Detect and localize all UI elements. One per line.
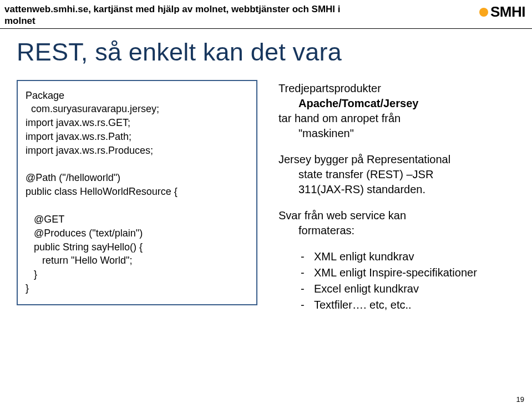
- dash-icon: -: [298, 249, 314, 264]
- code-line: @Produces ("text/plain"): [26, 228, 143, 239]
- p2-line: state transfer (REST) –JSR: [278, 167, 521, 182]
- code-box: Package com.suryasuravarapu.jersey; impo…: [17, 80, 257, 305]
- code-line: import javax.ws.rs.Produces;: [26, 145, 153, 156]
- slide-title: REST, så enkelt kan det vara: [0, 33, 532, 80]
- smhi-logo: SMHI: [479, 3, 525, 21]
- smhi-logo-text: SMHI: [490, 3, 525, 21]
- code-line: @GET: [26, 214, 64, 225]
- p1-bold-line: Apache/Tomcat/Jersey: [278, 96, 521, 111]
- left-column: Package com.suryasuravarapu.jersey; impo…: [17, 80, 257, 314]
- p2-line: Jersey bygger på Representational: [278, 153, 450, 165]
- header-line-2: molnet: [4, 16, 36, 26]
- dash-icon: -: [298, 265, 314, 280]
- right-column: Tredjepartsprodukter Apache/Tomcat/Jerse…: [278, 80, 521, 314]
- page-number: 19: [516, 395, 524, 404]
- p3-line: formateras:: [278, 223, 521, 238]
- smhi-dot-icon: [479, 8, 488, 17]
- slide-content: Package com.suryasuravarapu.jersey; impo…: [0, 80, 532, 314]
- header-subtitle: vattenweb.smhi.se, kartjänst med hjälp a…: [4, 3, 341, 27]
- bullet-text: Excel enligt kundkrav: [314, 281, 521, 296]
- dash-icon: -: [298, 281, 314, 296]
- code-line: return "Hello World";: [26, 255, 133, 266]
- third-party-block: Tredjepartsprodukter Apache/Tomcat/Jerse…: [278, 81, 521, 141]
- list-item: - Excel enligt kundkrav: [298, 281, 521, 296]
- p3-line: Svar från web service kan: [278, 209, 406, 221]
- code-line: import javax.ws.rs.Path;: [26, 131, 131, 142]
- bullet-list: - XML enligt kundkrav - XML enligt Inspi…: [278, 249, 521, 313]
- list-item: - XML enligt kundkrav: [298, 249, 521, 264]
- code-line: public String sayHello() {: [26, 241, 143, 253]
- bullet-text: XML enligt Inspire-specifikationer: [314, 265, 521, 280]
- p1-line: tar hand om anropet från: [278, 112, 401, 124]
- code-line: import javax.ws.rs.GET;: [26, 117, 130, 128]
- bullet-text: Textfiler…. etc, etc..: [314, 298, 521, 313]
- code-line: com.suryasuravarapu.jersey;: [26, 103, 159, 114]
- list-item: - Textfiler…. etc, etc..: [298, 298, 521, 313]
- code-line: @Path ("/helloworld"): [26, 172, 120, 183]
- dash-icon: -: [298, 298, 314, 313]
- slide-header: vattenweb.smhi.se, kartjänst med hjälp a…: [0, 0, 532, 27]
- code-line: Package: [26, 90, 64, 101]
- code-line: }: [26, 283, 29, 294]
- header-line-1: vattenweb.smhi.se, kartjänst med hjälp a…: [4, 4, 341, 14]
- format-block: Svar från web service kan formateras:: [278, 208, 521, 238]
- p1-line: Tredjepartsprodukter: [278, 82, 381, 94]
- bullet-text: XML enligt kundkrav: [314, 249, 521, 264]
- code-line: }: [26, 269, 37, 280]
- list-item: - XML enligt Inspire-specifikationer: [298, 265, 521, 280]
- p2-line: 311(JAX-RS) standarden.: [278, 182, 521, 197]
- jersey-block: Jersey bygger på Representational state …: [278, 152, 521, 197]
- p1-line: "maskinen": [278, 126, 521, 141]
- header-divider: [0, 28, 532, 29]
- code-line: public class HelloWorldResource {: [26, 186, 178, 197]
